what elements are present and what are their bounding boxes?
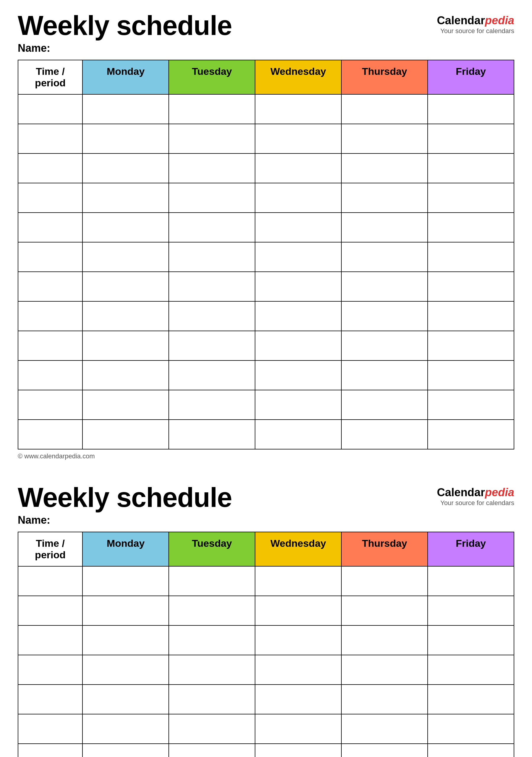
cell-friday-7[interactable] [428, 301, 514, 331]
cell-time-5[interactable] [18, 242, 82, 272]
cell-monday-2[interactable] [82, 625, 169, 655]
cell-tuesday-1[interactable] [169, 124, 255, 153]
cell-thursday-4[interactable] [341, 684, 428, 714]
cell-friday-3[interactable] [428, 655, 514, 684]
cell-friday-4[interactable] [428, 684, 514, 714]
cell-friday-9[interactable] [428, 360, 514, 390]
cell-tuesday-0[interactable] [169, 566, 255, 596]
cell-friday-5[interactable] [428, 242, 514, 272]
cell-wednesday-2[interactable] [255, 625, 341, 655]
cell-wednesday-3[interactable] [255, 655, 341, 684]
cell-wednesday-9[interactable] [255, 360, 341, 390]
cell-thursday-1[interactable] [341, 596, 428, 625]
cell-time-3[interactable] [18, 183, 82, 213]
cell-monday-4[interactable] [82, 684, 169, 714]
cell-friday-0[interactable] [428, 566, 514, 596]
cell-wednesday-3[interactable] [255, 183, 341, 213]
cell-wednesday-6[interactable] [255, 744, 341, 757]
cell-friday-11[interactable] [428, 420, 514, 449]
cell-time-6[interactable] [18, 272, 82, 301]
cell-thursday-11[interactable] [341, 420, 428, 449]
cell-tuesday-6[interactable] [169, 272, 255, 301]
cell-thursday-6[interactable] [341, 272, 428, 301]
cell-monday-1[interactable] [82, 124, 169, 153]
cell-thursday-5[interactable] [341, 714, 428, 744]
cell-time-1[interactable] [18, 596, 82, 625]
cell-monday-6[interactable] [82, 272, 169, 301]
cell-friday-6[interactable] [428, 272, 514, 301]
cell-tuesday-9[interactable] [169, 360, 255, 390]
cell-monday-2[interactable] [82, 153, 169, 183]
cell-friday-6[interactable] [428, 744, 514, 757]
cell-wednesday-4[interactable] [255, 213, 341, 242]
cell-friday-5[interactable] [428, 714, 514, 744]
cell-time-5[interactable] [18, 714, 82, 744]
cell-monday-1[interactable] [82, 596, 169, 625]
cell-friday-1[interactable] [428, 124, 514, 153]
cell-thursday-5[interactable] [341, 242, 428, 272]
cell-time-3[interactable] [18, 655, 82, 684]
cell-time-11[interactable] [18, 420, 82, 449]
cell-tuesday-5[interactable] [169, 242, 255, 272]
cell-thursday-6[interactable] [341, 744, 428, 757]
cell-monday-3[interactable] [82, 655, 169, 684]
cell-time-8[interactable] [18, 331, 82, 360]
cell-friday-2[interactable] [428, 625, 514, 655]
cell-wednesday-5[interactable] [255, 242, 341, 272]
cell-monday-0[interactable] [82, 94, 169, 124]
cell-thursday-4[interactable] [341, 213, 428, 242]
cell-tuesday-3[interactable] [169, 655, 255, 684]
cell-wednesday-6[interactable] [255, 272, 341, 301]
cell-time-1[interactable] [18, 124, 82, 153]
cell-thursday-1[interactable] [341, 124, 428, 153]
cell-wednesday-7[interactable] [255, 301, 341, 331]
cell-thursday-0[interactable] [341, 566, 428, 596]
cell-monday-5[interactable] [82, 242, 169, 272]
cell-time-10[interactable] [18, 390, 82, 420]
cell-monday-9[interactable] [82, 360, 169, 390]
cell-time-4[interactable] [18, 213, 82, 242]
cell-tuesday-4[interactable] [169, 213, 255, 242]
cell-thursday-7[interactable] [341, 301, 428, 331]
cell-monday-4[interactable] [82, 213, 169, 242]
cell-tuesday-2[interactable] [169, 625, 255, 655]
cell-tuesday-2[interactable] [169, 153, 255, 183]
cell-friday-8[interactable] [428, 331, 514, 360]
cell-monday-5[interactable] [82, 714, 169, 744]
cell-wednesday-8[interactable] [255, 331, 341, 360]
cell-monday-7[interactable] [82, 301, 169, 331]
cell-tuesday-11[interactable] [169, 420, 255, 449]
cell-thursday-3[interactable] [341, 183, 428, 213]
cell-tuesday-6[interactable] [169, 744, 255, 757]
cell-thursday-8[interactable] [341, 331, 428, 360]
cell-wednesday-5[interactable] [255, 714, 341, 744]
cell-tuesday-4[interactable] [169, 684, 255, 714]
cell-monday-0[interactable] [82, 566, 169, 596]
cell-tuesday-3[interactable] [169, 183, 255, 213]
cell-time-7[interactable] [18, 301, 82, 331]
cell-wednesday-4[interactable] [255, 684, 341, 714]
cell-time-2[interactable] [18, 625, 82, 655]
cell-wednesday-1[interactable] [255, 596, 341, 625]
cell-time-0[interactable] [18, 94, 82, 124]
cell-thursday-0[interactable] [341, 94, 428, 124]
cell-monday-8[interactable] [82, 331, 169, 360]
cell-tuesday-5[interactable] [169, 714, 255, 744]
cell-tuesday-0[interactable] [169, 94, 255, 124]
cell-tuesday-1[interactable] [169, 596, 255, 625]
cell-time-6[interactable] [18, 744, 82, 757]
cell-thursday-2[interactable] [341, 625, 428, 655]
cell-friday-10[interactable] [428, 390, 514, 420]
cell-time-4[interactable] [18, 684, 82, 714]
cell-tuesday-7[interactable] [169, 301, 255, 331]
cell-time-0[interactable] [18, 566, 82, 596]
cell-friday-2[interactable] [428, 153, 514, 183]
cell-monday-3[interactable] [82, 183, 169, 213]
cell-friday-4[interactable] [428, 213, 514, 242]
cell-wednesday-10[interactable] [255, 390, 341, 420]
cell-wednesday-11[interactable] [255, 420, 341, 449]
cell-thursday-3[interactable] [341, 655, 428, 684]
cell-thursday-10[interactable] [341, 390, 428, 420]
cell-thursday-2[interactable] [341, 153, 428, 183]
cell-tuesday-10[interactable] [169, 390, 255, 420]
